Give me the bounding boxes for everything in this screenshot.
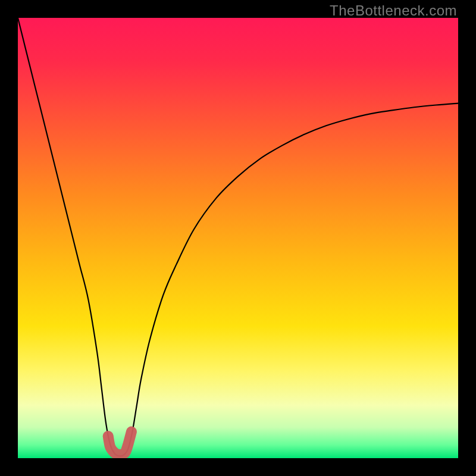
chart-frame [18,18,458,458]
svg-rect-0 [18,18,458,458]
watermark-text: TheBottleneck.com [330,2,457,19]
bottleneck-chart [18,18,458,458]
